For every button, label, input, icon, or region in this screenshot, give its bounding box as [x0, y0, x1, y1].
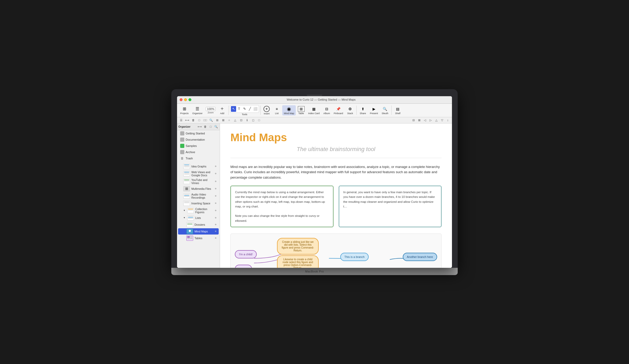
mm-node-child2[interactable]: Me too — [235, 265, 252, 268]
sidebar-item-trash[interactable]: 🗑 Trash — [178, 155, 219, 161]
sidebar: Organizer ⟷ 🗑 □ 🔍 Getting Started — [177, 124, 220, 268]
inserting-space-label: Inserting Space — [191, 202, 210, 205]
mm-node-sibling[interactable]: Create a sibling just like we did with l… — [277, 238, 319, 255]
zoom-value[interactable]: 100% — [206, 107, 216, 111]
sidebar-btn-9[interactable]: △ — [232, 118, 238, 122]
align-btn-1[interactable]: ⊟ — [411, 118, 416, 122]
sidebar-item-youtube[interactable]: YouTube and Vimeo ⊕ — [178, 178, 219, 185]
page-thumb-tables — [186, 236, 193, 241]
sidebar-btn-6[interactable]: ⊞ — [215, 118, 220, 122]
stack-button[interactable]: ⊕ Stack — [345, 105, 355, 115]
shape-tool[interactable]: ⬜ — [253, 106, 258, 112]
body-text: Mind maps are an incredibly popular way … — [230, 164, 442, 180]
sidebar-btn-13[interactable]: □ — [256, 118, 262, 122]
mm-node-child1[interactable]: I'm a child! — [235, 250, 257, 258]
table-icon: ⊞ — [298, 106, 305, 112]
organizer-toggle[interactable]: ☰ — [179, 118, 184, 122]
sidebar-item-getting-started[interactable]: Getting Started — [178, 131, 219, 136]
mm-node-branch[interactable]: This is a branch — [340, 253, 369, 261]
youtube-label: YouTube and Vimeo — [191, 178, 213, 185]
share-button[interactable]: ⬆ Share — [358, 105, 368, 115]
close-button[interactable] — [180, 98, 183, 101]
sidebar-btn-7[interactable]: ⊠ — [221, 118, 226, 122]
sidebar-btn-2[interactable]: 🗑 — [191, 118, 196, 122]
separator-1 — [228, 106, 229, 115]
sidebar-item-archive[interactable]: Archive — [178, 149, 219, 155]
sleuth-button[interactable]: 🔍 Sleuth — [380, 105, 390, 115]
page-thumb-lists — [187, 215, 194, 220]
collection-figures-label: Collection Figures — [195, 207, 213, 214]
shelf-button[interactable]: ▤ Shelf — [393, 105, 403, 115]
sidebar-btn-5[interactable]: 🔍 — [209, 118, 214, 122]
badge-lists: ⊕ — [215, 217, 217, 219]
content-area: Mind Maps The ultimate brainstorming too… — [220, 124, 452, 268]
sidebar-btn-8[interactable]: ○ — [227, 118, 232, 122]
insert-button[interactable]: + Insert — [262, 105, 271, 116]
mm-node-child-node[interactable]: Likewise to create a child node select t… — [277, 255, 319, 268]
align-btn-4[interactable]: ▷ — [428, 118, 433, 122]
projects-button[interactable]: ⊞ Projects — [179, 105, 190, 115]
zoom-control[interactable]: 100% Zoom — [205, 106, 217, 114]
separator-4 — [391, 106, 392, 115]
sidebar-item-documentation[interactable]: Documentation — [178, 137, 219, 142]
text-tool[interactable]: T — [236, 106, 242, 112]
indexcard-button[interactable]: ▦ Index Card — [307, 105, 321, 115]
sidebar-tool-search[interactable]: 🔍 — [214, 124, 218, 129]
mindmap-button[interactable]: ◉ Mind Map — [282, 105, 296, 115]
sidebar-item-dossiers[interactable]: Dossiers ⊕ — [178, 222, 219, 228]
list-button[interactable]: ≡ List — [272, 105, 282, 115]
pinboard-button[interactable]: 📌 Pinboard — [332, 105, 345, 115]
sidebar-item-audio-video[interactable]: Audio Video Recordings ⊕ — [178, 192, 219, 200]
add-button[interactable]: + Add — [217, 105, 227, 115]
sidebar-tool-2[interactable]: 🗑 — [203, 124, 207, 129]
insert-label: Insert — [264, 112, 270, 115]
line-tool[interactable]: ╱ — [247, 106, 253, 112]
mindmap-icon: ◉ — [286, 106, 292, 112]
main-area: Organizer ⟷ 🗑 □ 🔍 Getting Started — [177, 124, 452, 268]
organizer-label: Organizer — [192, 112, 203, 115]
align-btn-2[interactable]: ⊠ — [417, 118, 422, 122]
maximize-button[interactable] — [188, 98, 191, 101]
secondary-toolbar: ☰ ⟷ 🗑 □ □□ 🔍 ⊞ ⊠ ○ △ ⊡ ℹ ◻ □ ⊟ ⊠ ◁ ▷ — [177, 117, 452, 124]
sidebar-item-multimedia[interactable]: Multimedia Files ⊕ — [178, 186, 219, 192]
projects-label: Projects — [180, 112, 189, 115]
sidebar-item-tables[interactable]: Tables ⊕ — [178, 235, 219, 241]
sidebar-tool-1[interactable]: ⟷ — [197, 124, 202, 129]
sidebar-item-samples[interactable]: Samples — [178, 143, 219, 149]
present-button[interactable]: ▶ Present — [368, 105, 380, 115]
sidebar-item-mind-maps[interactable]: Mind Maps ⊕ — [178, 228, 219, 235]
select-tool[interactable]: ↖ — [231, 106, 236, 112]
sidebar-btn-4[interactable]: □□ — [203, 118, 208, 122]
callout-boxes: Currently the mind map below is using a … — [230, 186, 442, 227]
samples-label: Samples — [186, 144, 197, 147]
sidebar-tool-3[interactable]: □ — [208, 124, 213, 129]
sidebar-item-collection-figures[interactable]: ▼ Collection Figures ⊕ — [178, 207, 219, 214]
sidebar-btn-1[interactable]: ⟷ — [185, 118, 190, 122]
album-button[interactable]: ⊟ Album — [322, 105, 332, 115]
align-btn-3[interactable]: ◁ — [422, 118, 427, 122]
align-btn-7[interactable]: ↕ — [445, 118, 450, 122]
sidebar-btn-10[interactable]: ⊡ — [238, 118, 244, 122]
sidebar-item-inserting-space[interactable]: Inserting Space ⊕ — [178, 200, 219, 206]
sidebar-item-idea-graphs[interactable]: Idea Graphs ⊕ — [178, 163, 219, 170]
mindmap-connections — [231, 234, 441, 268]
organizer-button[interactable]: ☰ Organizer — [191, 105, 204, 115]
page-thumb-youtube — [183, 179, 190, 184]
table-button[interactable]: ⊞ Table — [296, 105, 306, 115]
pen-tool[interactable]: ✎ — [242, 106, 247, 112]
sidebar-btn-11[interactable]: ℹ — [244, 118, 250, 122]
sleuth-icon: 🔍 — [382, 106, 388, 112]
indexcard-icon: ▦ — [311, 106, 317, 112]
screen-bezel: Welcome to Curio 12 — Getting Started — … — [171, 89, 458, 268]
sidebar-item-web-views[interactable]: Web Views and Google Docs ⊕ — [178, 170, 219, 177]
sidebar-btn-12[interactable]: ◻ — [250, 118, 256, 122]
badge-audio: ⊕ — [215, 195, 217, 197]
align-btn-6[interactable]: ▽ — [439, 118, 445, 122]
minimize-button[interactable] — [184, 98, 187, 101]
mm-node-another-branch[interactable]: Another branch here — [403, 253, 437, 261]
sidebar-item-lists[interactable]: ▼ Lists ⊕ — [178, 215, 219, 221]
separator-2 — [260, 106, 261, 115]
align-btn-5[interactable]: △ — [434, 118, 439, 122]
sidebar-btn-3[interactable]: □ — [197, 118, 202, 122]
tools-label: Tools — [242, 113, 247, 116]
